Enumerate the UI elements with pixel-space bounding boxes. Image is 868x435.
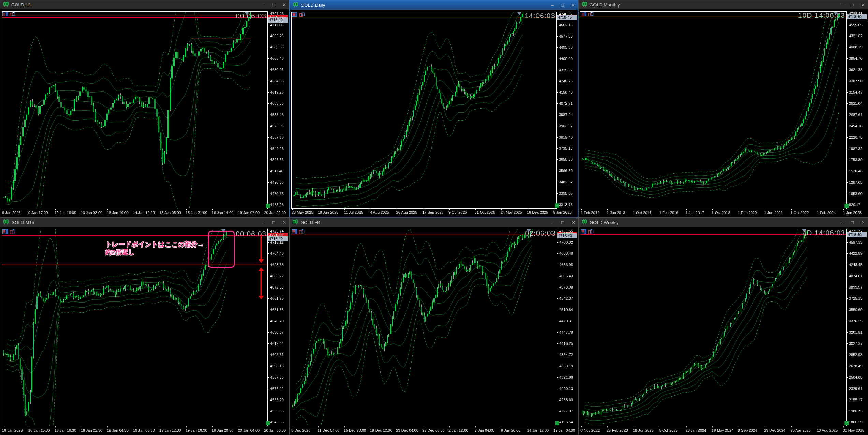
chart-window-gold-h4[interactable]: GOLD,H4 – □ ✕ — [289, 218, 578, 435]
window-titlebar[interactable]: GOLD,M15 – □ ✕ — [0, 218, 289, 227]
price-axis-label: 2454.18 — [849, 124, 863, 128]
time-axis-label: 8 Dec 2025 — [291, 428, 310, 432]
time-axis-label: 16 Jan 15:30 — [28, 428, 50, 432]
maximize-button[interactable]: □ — [851, 3, 854, 7]
indicator-list-icon[interactable] — [2, 229, 8, 235]
price-axis-label: 4634.66 — [270, 79, 284, 83]
window-titlebar[interactable]: GOLD,Monthly – □ ✕ — [579, 0, 868, 9]
chart-area[interactable]: 4D 14:06:03 4721.66 4718.40 4771.774597.… — [579, 227, 868, 435]
chart-window-gold-daily[interactable]: GOLD,Daily – □ ✕ — [289, 0, 578, 218]
minimize-button[interactable]: – — [262, 3, 265, 7]
templates-icon[interactable] — [299, 12, 305, 18]
time-axis-label: 14 Jan 12:00 — [133, 211, 155, 215]
price-chart-canvas[interactable] — [290, 227, 578, 435]
bid-price-badge: 4718.40 — [268, 17, 288, 23]
scroll-to-end-button[interactable]: - — [555, 421, 559, 425]
templates-icon[interactable] — [299, 229, 305, 235]
price-axis-label: 4727.06 — [270, 12, 284, 16]
price-axis-label: 4711.66 — [270, 23, 283, 27]
price-axis-label: 4587.55 — [270, 375, 284, 379]
close-button[interactable]: ✕ — [861, 3, 865, 7]
price-axis-label: 3566.59 — [559, 169, 573, 173]
templates-icon[interactable] — [588, 229, 594, 235]
time-axis-label: 29 Dec 08:00 — [422, 428, 444, 432]
time-axis-label: 29 Dec 2024 — [764, 428, 785, 432]
chart-area[interactable]: 00:06:03 4721.66 4718.40 4725.744715.114… — [0, 227, 289, 435]
close-button[interactable]: ✕ — [572, 220, 575, 225]
chart-desktop: GOLD,H1 – □ ✕ — [0, 0, 868, 435]
minimize-button[interactable]: – — [551, 220, 554, 225]
indicator-list-icon[interactable] — [581, 12, 586, 18]
time-axis-label: 20 Jan 08:00 — [264, 428, 286, 432]
chart-toolbar-icons — [2, 229, 15, 235]
price-chart-canvas[interactable] — [579, 227, 868, 435]
window-titlebar[interactable]: GOLD,Weekly – □ ✕ — [579, 218, 868, 227]
chart-window-gold-m15[interactable]: GOLD,M15 – □ ✕ — [0, 218, 289, 435]
window-titlebar[interactable]: GOLD,Daily – □ ✕ — [290, 1, 578, 10]
price-axis-label: 4771.77 — [849, 229, 863, 233]
candle-countdown: 00:06:03 — [236, 12, 266, 20]
price-axis-label: 2155.17 — [849, 398, 863, 402]
scroll-to-end-button[interactable]: - — [266, 421, 270, 425]
close-button[interactable]: ✕ — [861, 220, 865, 225]
price-axis-label: 4290.13 — [559, 387, 573, 391]
chart-area[interactable]: 10D 14:06:03 4721.66 4718.40 4788.484555… — [579, 9, 868, 217]
maximize-button[interactable]: □ — [561, 3, 564, 8]
window-titlebar[interactable]: GOLD,H4 – □ ✕ — [290, 218, 578, 227]
price-axis-label: 4479.31 — [559, 319, 573, 323]
price-axis-label: 3550.69 — [849, 308, 863, 312]
scroll-to-end-button[interactable]: - — [844, 421, 849, 425]
chart-window-gold-weekly[interactable]: GOLD,Weekly – □ ✕ — [578, 218, 868, 435]
time-axis-label: 20 Jan 02:00 — [264, 211, 286, 215]
time-axis-label: 7 Jan 04:00 — [475, 428, 495, 432]
close-button[interactable]: ✕ — [282, 220, 286, 225]
scroll-to-end-button[interactable]: - — [266, 204, 270, 208]
candlestick-icon — [293, 2, 298, 9]
price-chart-canvas[interactable] — [290, 10, 578, 217]
trade-point-note-line: 約2倍返し — [105, 248, 204, 256]
maximize-button[interactable]: □ — [561, 220, 564, 225]
templates-icon[interactable] — [10, 12, 15, 18]
scroll-to-end-button[interactable]: - — [555, 203, 559, 208]
indicator-list-icon[interactable] — [292, 12, 297, 18]
price-axis-label: 2504.05 — [849, 375, 863, 379]
chart-window-gold-monthly[interactable]: GOLD,Monthly – □ ✕ — [578, 0, 868, 218]
maximize-button[interactable]: □ — [272, 3, 275, 7]
minimize-button[interactable]: – — [262, 220, 265, 225]
indicator-list-icon[interactable] — [581, 229, 586, 235]
minimize-button[interactable]: – — [841, 3, 843, 7]
price-axis-label: 4619.26 — [270, 90, 284, 94]
time-axis-label: 23 Dec 04:00 — [396, 428, 418, 432]
bid-price-badge: 4718.40 — [557, 15, 577, 20]
minimize-button[interactable]: – — [551, 3, 554, 8]
templates-icon[interactable] — [10, 229, 15, 235]
close-button[interactable]: ✕ — [571, 3, 575, 8]
time-axis-label: 12 Jan 10:00 — [55, 211, 76, 215]
indicator-list-icon[interactable] — [2, 12, 8, 18]
maximize-button[interactable]: □ — [272, 220, 275, 225]
maximize-button[interactable]: □ — [851, 220, 854, 225]
price-axis-label: 4465.26 — [270, 202, 284, 207]
chart-area[interactable]: 02:06:03 4721.66 4718.40 4731.554700.024… — [290, 227, 578, 435]
price-chart-canvas[interactable] — [579, 9, 868, 217]
chart-area[interactable]: 00:06:03 4721.66 4718.40 4727.064711.664… — [0, 9, 289, 217]
price-axis-label: 1053.60 — [849, 192, 863, 196]
price-chart-canvas[interactable] — [0, 9, 289, 217]
price-axis-label: 4661.96 — [270, 296, 284, 300]
price-axis-label: 4588.46 — [270, 113, 284, 117]
price-axis-label: 4651.33 — [270, 308, 284, 312]
price-axis-label: 4619.44 — [270, 341, 284, 346]
price-axis-label: 4788.48 — [849, 12, 863, 16]
price-chart-canvas[interactable] — [0, 227, 289, 435]
scroll-to-end-button[interactable]: - — [844, 204, 849, 208]
window-titlebar[interactable]: GOLD,H1 – □ ✕ — [0, 0, 289, 9]
close-button[interactable]: ✕ — [282, 3, 286, 7]
templates-icon[interactable] — [588, 12, 594, 18]
time-axis-label: 20 Apr 2025 — [791, 428, 811, 432]
price-axis-label: 4542.37 — [559, 296, 573, 300]
chart-window-gold-h1[interactable]: GOLD,H1 – □ ✕ — [0, 0, 289, 218]
chart-area[interactable]: 14:06:03 4721.66 4718.40 4746.374662.104… — [290, 10, 578, 217]
minimize-button[interactable]: – — [841, 220, 843, 225]
price-axis-label: 2687.61 — [849, 113, 863, 117]
indicator-list-icon[interactable] — [292, 229, 297, 235]
